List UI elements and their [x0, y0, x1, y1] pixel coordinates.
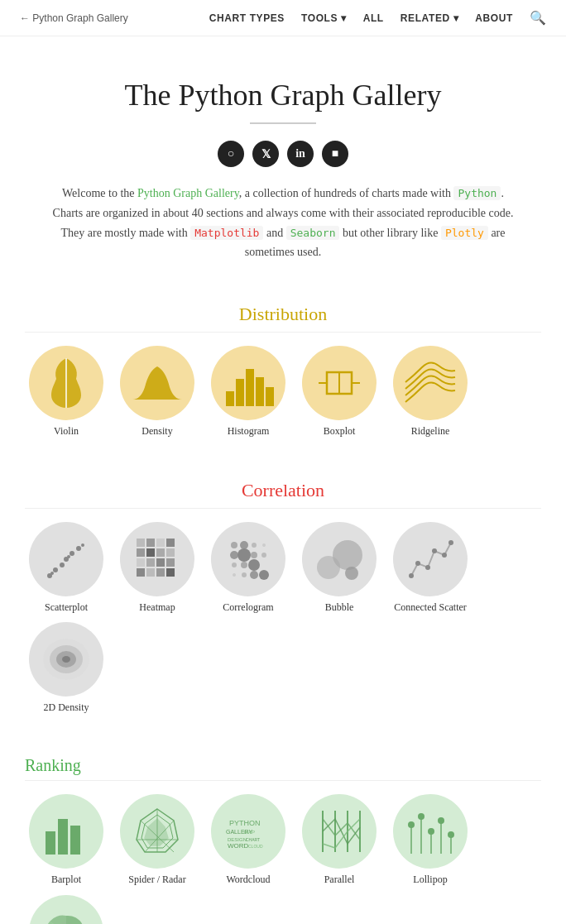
nav-about[interactable]: ABOUT [475, 12, 513, 24]
correlogram-icon [211, 522, 285, 596]
wordcloud-label: Wordcloud [226, 874, 270, 887]
distribution-title: Distribution [25, 304, 541, 333]
2d-density-label: 2D Density [44, 701, 89, 715]
chart-item-bubble[interactable]: Bubble [298, 522, 381, 615]
chart-item-ridgeline[interactable]: Ridgeline [389, 346, 472, 438]
svg-rect-28 [146, 558, 155, 567]
nav-tools[interactable]: TOOLS [301, 12, 347, 24]
violin-label: Violin [54, 425, 79, 438]
svg-point-42 [241, 562, 247, 568]
svg-rect-29 [156, 558, 165, 567]
density-icon [120, 346, 194, 420]
svg-text:CLOUD: CLOUD [248, 844, 263, 849]
svg-point-55 [425, 565, 430, 570]
back-link[interactable]: Python Graph Gallery [20, 12, 128, 24]
svg-point-36 [240, 541, 248, 549]
connected-scatter-icon [393, 522, 468, 596]
svg-point-48 [250, 571, 258, 579]
svg-point-53 [409, 573, 414, 578]
svg-point-18 [81, 543, 84, 547]
correlogram-label: Correlogram [223, 601, 273, 615]
svg-rect-31 [137, 568, 145, 577]
svg-point-35 [231, 542, 237, 548]
svg-rect-23 [137, 548, 145, 557]
svg-rect-19 [137, 539, 145, 547]
chart-item-spider-radar[interactable]: Spider / Radar [116, 794, 199, 887]
ridgeline-icon [393, 346, 468, 420]
chart-item-correlogram[interactable]: Correlogram [207, 522, 290, 615]
chart-item-density[interactable]: Density [116, 346, 199, 438]
svg-point-93 [448, 831, 454, 838]
social-icons: ○ 𝕏 in ■ [17, 141, 549, 167]
search-icon[interactable]: 🔍 [530, 10, 546, 26]
svg-rect-2 [236, 379, 244, 406]
svg-point-44 [262, 543, 266, 547]
svg-point-41 [232, 563, 237, 567]
chart-item-wordcloud[interactable]: PYTHON GALLERY MAP DESIGN CHART WORD CLO… [207, 794, 290, 887]
chart-item-circular-barplot[interactable]: Circular Barplot [25, 895, 108, 924]
website-icon[interactable]: ■ [322, 141, 348, 167]
correlation-grid: Scatterplot [25, 522, 541, 715]
wordcloud-icon: PYTHON GALLERY MAP DESIGN CHART WORD CLO… [211, 794, 285, 869]
correlation-title: Correlation [25, 480, 541, 509]
chart-item-heatmap[interactable]: Heatmap [116, 522, 199, 615]
chart-item-connected-scatter[interactable]: Connected Scatter [389, 522, 472, 615]
svg-point-45 [261, 553, 266, 558]
heatmap-label: Heatmap [139, 601, 175, 615]
navbar: Python Graph Gallery CHART TYPES TOOLS A… [0, 0, 566, 36]
connected-scatter-label: Connected Scatter [394, 601, 467, 615]
github-icon[interactable]: ○ [218, 141, 244, 167]
histogram-label: Histogram [228, 425, 270, 438]
svg-rect-33 [156, 568, 165, 577]
bubble-label: Bubble [325, 601, 354, 615]
svg-point-85 [408, 821, 415, 828]
chart-item-lollipop[interactable]: Lollipop [389, 794, 472, 887]
svg-point-91 [438, 817, 444, 824]
svg-rect-63 [46, 831, 55, 855]
svg-point-11 [53, 567, 58, 572]
chart-item-2d-density[interactable]: 2D Density [25, 622, 108, 715]
svg-point-38 [230, 551, 238, 559]
svg-point-14 [70, 551, 74, 556]
ranking-title: Ranking [25, 756, 541, 781]
svg-rect-21 [156, 539, 165, 547]
svg-point-56 [432, 548, 437, 553]
svg-marker-68 [145, 819, 168, 845]
chart-item-histogram[interactable]: Histogram [207, 346, 290, 438]
distribution-section: Distribution Violin Density [0, 287, 566, 463]
svg-rect-1 [226, 391, 234, 406]
nav-related[interactable]: RELATED [401, 12, 459, 24]
chart-item-violin[interactable]: Violin [25, 346, 108, 438]
violin-icon [29, 346, 103, 420]
svg-point-89 [428, 828, 434, 835]
nav-chart-types[interactable]: CHART TYPES [209, 12, 285, 24]
chart-item-scatterplot[interactable]: Scatterplot [25, 522, 108, 615]
linkedin-icon[interactable]: in [287, 141, 314, 167]
nav-all[interactable]: ALL [363, 12, 384, 24]
chart-item-barplot[interactable]: Barplot [25, 794, 108, 887]
hero-section: The Python Graph Gallery ○ 𝕏 in ■ Welcom… [0, 36, 566, 287]
nav-links: CHART TYPES TOOLS ALL RELATED ABOUT 🔍 [209, 10, 546, 26]
hero-divider [250, 122, 316, 124]
lollipop-icon [393, 794, 468, 869]
spider-radar-icon [120, 794, 194, 869]
svg-rect-64 [58, 819, 68, 855]
chart-item-boxplot[interactable]: Boxplot [298, 346, 381, 438]
svg-point-15 [76, 546, 81, 551]
correlation-section: Correlation Scatterplot [0, 463, 566, 740]
svg-rect-26 [166, 548, 175, 557]
ridgeline-label: Ridgeline [411, 425, 450, 438]
svg-point-12 [60, 563, 65, 567]
svg-point-87 [418, 813, 424, 820]
svg-point-37 [252, 543, 257, 548]
hero-description: Welcome to the Python Graph Gallery, a c… [51, 184, 515, 262]
svg-point-62 [62, 656, 70, 663]
ranking-grid: Barplot Spider / Radar PYTH [25, 794, 541, 924]
svg-rect-3 [246, 369, 254, 406]
svg-rect-30 [166, 558, 175, 567]
parallel-label: Parallel [324, 874, 355, 887]
svg-point-49 [259, 570, 269, 580]
twitter-icon[interactable]: 𝕏 [252, 141, 279, 167]
barplot-icon [29, 794, 103, 869]
chart-item-parallel[interactable]: Parallel [298, 794, 381, 887]
